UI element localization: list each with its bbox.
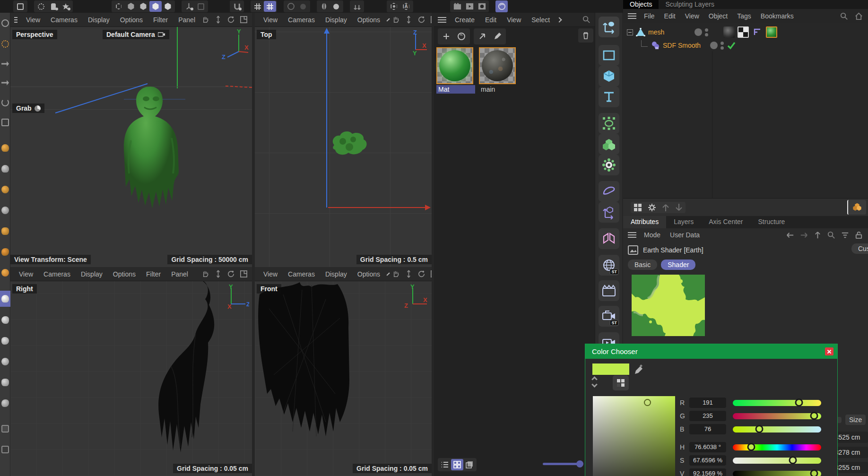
symmetry-gear-icon[interactable] (330, 1, 342, 12)
object-mode-icon[interactable] (149, 1, 162, 12)
dialog-titlebar[interactable]: Color Chooser (585, 344, 837, 359)
menu-cameras[interactable]: Cameras (283, 269, 320, 279)
channel-slider[interactable] (733, 444, 821, 450)
menu-options[interactable]: Options (108, 269, 140, 279)
zoom-icon[interactable] (404, 269, 413, 278)
channel-value-field[interactable]: 92.1569 % (689, 468, 726, 476)
sculpt-brush-d-icon[interactable] (1, 379, 9, 386)
axis-cube-icon[interactable] (599, 202, 619, 223)
lock-icon[interactable] (854, 231, 863, 240)
select-circle-icon[interactable] (35, 1, 47, 12)
clapper-icon[interactable] (599, 280, 619, 301)
tab-axis-center[interactable]: Axis Center (701, 216, 750, 228)
custom-button[interactable]: Custom (851, 243, 868, 254)
bend-deformer-icon[interactable] (599, 181, 619, 202)
menu-options[interactable]: Options (353, 15, 385, 25)
visibility-dots[interactable] (705, 28, 708, 36)
menu-view[interactable]: View (21, 15, 45, 25)
channel-value-field[interactable]: 191 (689, 398, 726, 408)
layout-toggle-icon[interactable] (239, 269, 248, 278)
pan-hand-icon[interactable] (201, 269, 210, 278)
channel-value-field[interactable]: 76.6038 ° (689, 442, 726, 452)
rectangle-spline-icon[interactable] (599, 45, 619, 66)
texture-tag-rock[interactable] (723, 26, 735, 38)
menu-display[interactable]: Display (321, 269, 352, 279)
array-generator-icon[interactable] (599, 134, 619, 155)
phong-tag-icon[interactable] (752, 26, 763, 38)
lift-arrows-icon[interactable] (351, 1, 363, 12)
object-name[interactable]: mesh (648, 28, 664, 36)
stencil-tool-icon[interactable] (1, 446, 9, 453)
menu-panel[interactable]: Panel (166, 269, 193, 279)
stamp-tool-icon[interactable] (1, 425, 9, 433)
move-tool-icon[interactable] (1, 60, 9, 68)
sculpt-mode-icon[interactable] (495, 0, 508, 12)
forward-arrow-icon[interactable] (799, 231, 808, 240)
move-down-icon[interactable] (675, 203, 683, 212)
move-axis-icon[interactable] (599, 17, 619, 37)
menu-select[interactable]: Select (527, 15, 555, 25)
kinematic-mode-icon[interactable] (162, 1, 174, 12)
viewport-right[interactable]: View Cameras Display Options Filter Pane… (10, 267, 252, 476)
menu-object[interactable]: Object (704, 11, 732, 21)
menu-filter[interactable]: Filter (148, 15, 173, 25)
menu-mode[interactable]: Mode (639, 230, 665, 240)
channel-slider[interactable] (733, 426, 821, 433)
sculpt-brush-c-icon[interactable] (1, 358, 9, 365)
menu-view[interactable]: View (14, 269, 38, 279)
menu-more-chevron[interactable] (557, 17, 562, 22)
menu-cameras[interactable]: Cameras (283, 15, 320, 25)
menu-view[interactable]: View (259, 269, 282, 279)
zoom-icon[interactable] (404, 15, 413, 24)
shader-button[interactable]: Shader (661, 260, 695, 270)
cloner-gear-icon[interactable] (599, 155, 619, 175)
material-name[interactable]: Mat (436, 85, 475, 94)
tab-objects[interactable]: Objects (623, 0, 659, 9)
sculpt-brush-e-icon[interactable] (1, 399, 9, 407)
sculpt-pinch-icon[interactable] (1, 248, 9, 256)
symmetry-icon[interactable] (318, 1, 330, 12)
eyedropper-button[interactable] (490, 29, 505, 43)
menu-more-chevron[interactable] (387, 18, 390, 21)
channel-value-field[interactable]: 76 (689, 424, 726, 434)
mode-cycle-control[interactable] (592, 377, 597, 387)
material-item-main[interactable]: main (479, 47, 518, 94)
menu-cameras[interactable]: Cameras (39, 269, 75, 279)
back-arrow-icon[interactable] (786, 231, 795, 240)
menu-display[interactable]: Display (83, 15, 114, 25)
menu-view[interactable]: View (259, 15, 282, 25)
sculpt-mesh[interactable] (98, 74, 202, 216)
viewport-top[interactable]: View Cameras Display Options Top (255, 13, 432, 267)
menu-view[interactable]: View (502, 15, 526, 25)
menu-cameras[interactable]: Cameras (46, 15, 82, 25)
viewport-perspective[interactable]: View Cameras Display Options Filter Pane… (10, 13, 252, 267)
delete-material-button[interactable] (578, 28, 593, 43)
filter-icon[interactable] (841, 231, 850, 240)
channel-value-field[interactable]: 235 (689, 411, 726, 421)
tab-attributes[interactable]: Attributes (623, 216, 666, 228)
render-view-icon[interactable] (451, 1, 463, 12)
swatches-button[interactable] (613, 375, 629, 390)
sculpt-flatten-icon[interactable] (1, 227, 9, 235)
material-item-mat[interactable]: Mat (436, 47, 475, 94)
tab-sculpting-layers[interactable]: Sculpting Layers (659, 0, 721, 9)
layer-view-icon[interactable] (463, 459, 476, 470)
menu-panel[interactable]: Panel (174, 15, 200, 25)
edges-mode-icon[interactable] (125, 1, 137, 12)
viewport-front[interactable]: View Cameras Display Options Front Y Z X (255, 267, 432, 476)
search-icon[interactable] (827, 231, 836, 240)
channel-value-field[interactable]: 67.6596 % (689, 455, 726, 466)
slider-knob[interactable] (576, 460, 583, 467)
mesh-front-view[interactable] (255, 280, 364, 446)
zoom-icon[interactable] (214, 15, 223, 24)
edit-state-icon[interactable] (694, 28, 702, 36)
menu-display[interactable]: Display (76, 269, 107, 279)
pan-hand-icon[interactable] (201, 15, 210, 24)
select-lasso-icon[interactable] (60, 1, 72, 12)
layout-toggle-icon[interactable] (430, 15, 432, 24)
home-icon[interactable] (854, 12, 863, 21)
box-tool-icon[interactable] (14, 1, 26, 12)
camera-st-icon[interactable]: ST (599, 306, 619, 327)
menu-view[interactable]: View (680, 11, 704, 21)
sculpt-knife-icon[interactable] (1, 207, 9, 214)
